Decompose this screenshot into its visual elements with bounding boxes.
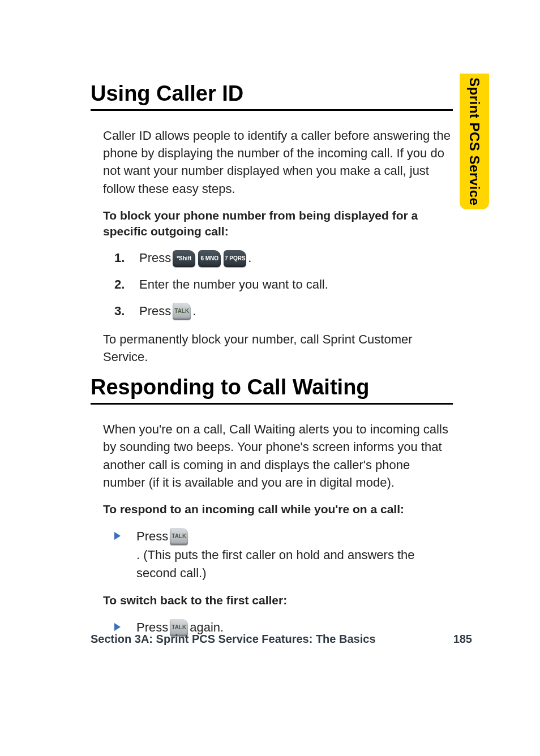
bullet-text: Press xyxy=(136,527,168,545)
step-number: 3. xyxy=(114,303,134,320)
step-number: 2. xyxy=(114,276,134,294)
document-page: Sprint PCS Service Using Caller ID Calle… xyxy=(0,0,540,756)
key-6-mno-icon: 6 MNO xyxy=(198,250,221,267)
heading-rule xyxy=(91,109,453,111)
block-number-lead: To block your phone number from being di… xyxy=(103,208,453,240)
list-item: Press TALK . (This puts the first caller… xyxy=(114,527,453,582)
call-waiting-intro: When you're on a call, Call Waiting aler… xyxy=(103,420,453,491)
step-text: Press xyxy=(139,250,171,267)
key-talk-icon: TALK xyxy=(170,528,188,545)
step-text: Enter the number you want to call. xyxy=(139,276,328,294)
step-2: 2. Enter the number you want to call. xyxy=(114,276,453,294)
block-number-steps: 1. Press *Shift 6 MNO 7 PQRS . 2. Enter … xyxy=(114,250,453,320)
arrow-bullet-icon xyxy=(114,532,121,540)
step-text: Press xyxy=(139,303,171,320)
heading-call-waiting: Responding to Call Waiting xyxy=(91,376,453,400)
step-text-end: . xyxy=(192,303,196,320)
step-content: Press TALK . xyxy=(139,303,196,320)
permanent-block-note: To permanently block your number, call S… xyxy=(103,330,453,366)
respond-lead: To respond to an incoming call while you… xyxy=(103,501,453,517)
bullet-text-end: . (This puts the first caller on hold an… xyxy=(136,546,453,582)
respond-bullets: Press TALK . (This puts the first caller… xyxy=(114,527,453,582)
footer-section-label: Section 3A: Sprint PCS Service Features:… xyxy=(91,633,376,646)
step-1: 1. Press *Shift 6 MNO 7 PQRS . xyxy=(114,250,453,267)
heading-rule xyxy=(91,403,453,405)
switch-back-lead: To switch back to the first caller: xyxy=(103,592,453,608)
step-content: Press *Shift 6 MNO 7 PQRS . xyxy=(139,250,251,267)
step-3: 3. Press TALK . xyxy=(114,303,453,320)
key-talk-icon: TALK xyxy=(173,303,191,320)
caller-id-intro: Caller ID allows people to identify a ca… xyxy=(103,127,453,197)
step-number: 1. xyxy=(114,250,134,267)
step-text-end: . xyxy=(248,250,251,267)
key-7-pqrs-icon: 7 PQRS xyxy=(224,250,246,267)
key-star-shift-icon: *Shift xyxy=(173,250,195,267)
side-tab: Sprint PCS Service xyxy=(460,74,489,209)
arrow-bullet-icon xyxy=(114,623,121,631)
page-footer: Section 3A: Sprint PCS Service Features:… xyxy=(91,633,472,646)
bullet-content: Press TALK . (This puts the first caller… xyxy=(136,527,453,582)
side-tab-label: Sprint PCS Service xyxy=(466,78,482,205)
footer-page-number: 185 xyxy=(453,633,472,646)
content-area: Using Caller ID Caller ID allows people … xyxy=(91,82,453,647)
heading-using-caller-id: Using Caller ID xyxy=(91,82,453,106)
